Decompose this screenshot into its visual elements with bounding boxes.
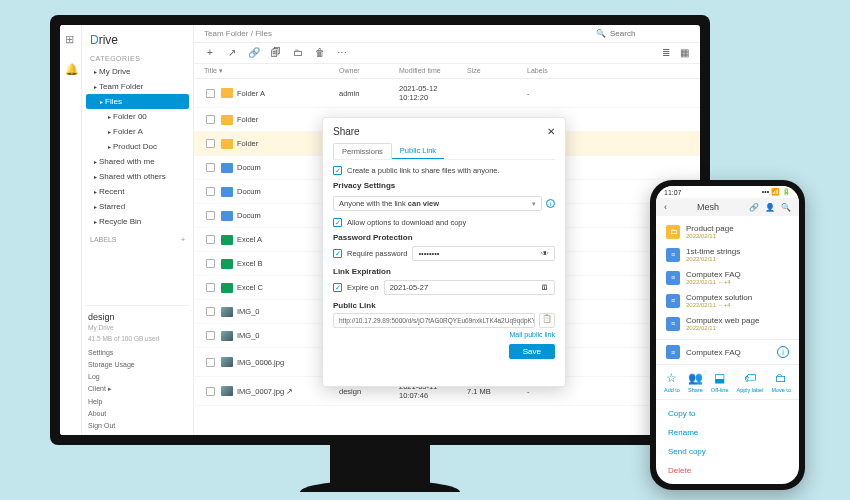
tree-team-folder[interactable]: Team Folder	[86, 79, 189, 94]
action-moveto[interactable]: 🗀Move to	[771, 371, 791, 393]
copy-link-button[interactable]: 📋	[539, 313, 555, 328]
phone-list-item[interactable]: ≡1st-time strings2022/02/11	[656, 243, 799, 266]
search-icon[interactable]: 🔍	[781, 203, 791, 212]
col-size[interactable]: Size	[467, 67, 527, 75]
action-offline[interactable]: ⬓Off-line	[711, 371, 729, 393]
require-password-checkbox[interactable]: ✓	[333, 249, 342, 258]
col-title[interactable]: Title ▾	[204, 67, 339, 75]
file-name: Docum	[237, 211, 261, 220]
tree-product-doc[interactable]: Product Doc	[86, 139, 189, 154]
link-icon[interactable]: 🔗	[749, 203, 759, 212]
row-checkbox[interactable]	[206, 187, 215, 196]
chevron-down-icon: ▾	[532, 200, 536, 208]
phone-list-item[interactable]: ≡Computex solution2022/02/11 ←+4	[656, 289, 799, 312]
row-checkbox[interactable]	[206, 211, 215, 220]
file-name: IMG_0006.jpg	[237, 358, 284, 367]
profile-panel: design My Drive 41.5 MB of 100 GB used S…	[86, 305, 189, 431]
tab-public-link[interactable]: Public Link	[392, 143, 444, 159]
allow-download-checkbox[interactable]: ✓	[333, 218, 342, 227]
action-share[interactable]: 👥Share	[688, 371, 703, 393]
file-row[interactable]: Folder Aadmin2021-05-12 10:12:20-	[194, 79, 700, 108]
menu-send[interactable]: Send copy	[668, 442, 787, 461]
back-icon[interactable]: ‹	[664, 202, 667, 212]
row-checkbox[interactable]	[206, 139, 215, 148]
bell-icon[interactable]: 🔔	[65, 63, 77, 75]
share-button[interactable]: ↗	[226, 47, 238, 59]
expire-date-input[interactable]: 2021-05-27🗓	[384, 280, 555, 295]
action-label[interactable]: 🏷Apply label	[736, 371, 763, 393]
menu-delete[interactable]: Delete	[668, 461, 787, 480]
list-view-icon[interactable]: ≣	[660, 47, 672, 59]
tab-permissions[interactable]: Permissions	[333, 143, 392, 159]
profile-log[interactable]: Log	[86, 370, 189, 382]
privacy-select[interactable]: Anyone with the link can view ▾	[333, 196, 542, 211]
row-checkbox[interactable]	[206, 88, 215, 97]
phone-item-name: 1st-time strings	[686, 247, 740, 256]
tree-folder-00[interactable]: Folder 00	[86, 109, 189, 124]
link-button[interactable]: 🔗	[248, 47, 260, 59]
calendar-icon[interactable]: 🗓	[541, 283, 549, 292]
user-icon[interactable]: 👤	[765, 203, 775, 212]
profile-client[interactable]: Client ▸	[86, 382, 189, 395]
public-link-value[interactable]: http://10.17.29.89:5000/d/s/jO7tAG0RQYEu…	[333, 313, 535, 328]
tree-recent[interactable]: Recent	[86, 184, 189, 199]
info-icon[interactable]: i	[777, 346, 789, 358]
search-box[interactable]: 🔍	[596, 29, 690, 38]
move-button[interactable]: 🗀	[292, 47, 304, 59]
search-input[interactable]	[610, 29, 690, 38]
create-link-checkbox[interactable]: ✓	[333, 166, 342, 175]
row-checkbox[interactable]	[206, 259, 215, 268]
eye-icon[interactable]: 👁	[541, 249, 549, 258]
col-owner[interactable]: Owner	[339, 67, 399, 75]
tree-shared-with-me[interactable]: Shared with me	[86, 154, 189, 169]
doc-icon	[221, 163, 233, 173]
menu-rename[interactable]: Rename	[668, 423, 787, 442]
phone-list-item[interactable]: 🗀Product page2022/02/11	[656, 220, 799, 243]
add-label-icon[interactable]: +	[181, 236, 185, 243]
col-labels[interactable]: Labels	[527, 67, 690, 75]
profile-settings[interactable]: Settings	[86, 346, 189, 358]
row-checkbox[interactable]	[206, 386, 215, 395]
password-input[interactable]: ••••••••👁	[412, 246, 555, 261]
row-checkbox[interactable]	[206, 307, 215, 316]
add-button[interactable]: +	[204, 47, 216, 59]
row-checkbox[interactable]	[206, 331, 215, 340]
toolbar: + ↗ 🔗 🗐 🗀 🗑 ⋯ ≣ ▦	[194, 43, 700, 64]
require-password-label: Require password	[347, 249, 407, 258]
more-button[interactable]: ⋯	[336, 47, 348, 59]
mail-link[interactable]: Mail public link	[333, 331, 555, 338]
tree-recycle-bin[interactable]: Recycle Bin	[86, 214, 189, 229]
img-icon	[221, 357, 233, 367]
phone-selected-item[interactable]: ≡ Computex FAQ i	[656, 339, 799, 365]
profile-storage[interactable]: Storage Usage	[86, 358, 189, 370]
menu-copy[interactable]: Copy to	[668, 404, 787, 423]
tree-folder-a[interactable]: Folder A	[86, 124, 189, 139]
action-addto[interactable]: ☆Add to	[664, 371, 680, 393]
col-modified[interactable]: Modified time	[399, 67, 467, 75]
row-checkbox[interactable]	[206, 283, 215, 292]
profile-usage: 41.5 MB of 100 GB used	[86, 335, 189, 346]
tree-my-drive[interactable]: My Drive	[86, 64, 189, 79]
tree-shared-with-others[interactable]: Shared with others	[86, 169, 189, 184]
phone-list-item[interactable]: ≡Computex FAQ2022/02/11 ←+4	[656, 266, 799, 289]
delete-button[interactable]: 🗑	[314, 47, 326, 59]
tree-files[interactable]: Files	[86, 94, 189, 109]
close-icon[interactable]: ✕	[547, 126, 555, 137]
grid-view-icon[interactable]: ▦	[678, 47, 690, 59]
app-rail: ⊞ 🔔	[60, 25, 82, 435]
breadcrumb[interactable]: Team Folder / Files	[204, 29, 272, 38]
info-icon[interactable]: i	[546, 199, 555, 208]
profile-about[interactable]: About	[86, 407, 189, 419]
row-checkbox[interactable]	[206, 163, 215, 172]
row-checkbox[interactable]	[206, 115, 215, 124]
profile-signout[interactable]: Sign Out	[86, 419, 189, 431]
copy-button[interactable]: 🗐	[270, 47, 282, 59]
expire-checkbox[interactable]: ✓	[333, 283, 342, 292]
apps-icon[interactable]: ⊞	[65, 33, 77, 45]
save-button[interactable]: Save	[509, 344, 555, 359]
row-checkbox[interactable]	[206, 235, 215, 244]
row-checkbox[interactable]	[206, 357, 215, 366]
profile-help[interactable]: Help	[86, 395, 189, 407]
phone-list-item[interactable]: ≡Computex web page2022/02/11	[656, 312, 799, 335]
tree-starred[interactable]: Starred	[86, 199, 189, 214]
